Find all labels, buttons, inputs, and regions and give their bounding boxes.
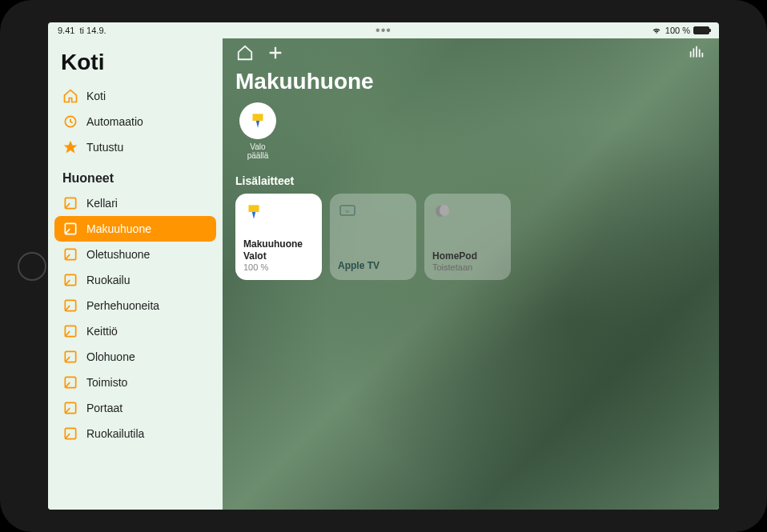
room-icon	[62, 323, 78, 339]
room-icon	[62, 374, 78, 390]
nav-label: Automaatio	[86, 115, 143, 128]
appletv-icon: tv	[338, 202, 359, 222]
room-label: Ruokailu	[86, 274, 130, 286]
room-icon	[62, 272, 78, 288]
tile-makuuhuone-valot[interactable]: Makuuhuone Valot 100 %	[235, 194, 322, 280]
room-label: Makuuhuone	[86, 222, 151, 235]
room-label: Keittiö	[86, 325, 118, 338]
tile-apple-tv[interactable]: tv Apple TV	[330, 194, 416, 280]
intercom-icon[interactable]	[687, 43, 706, 62]
sidebar: Koti Koti Automaatio	[48, 38, 223, 510]
scene-circle	[239, 102, 276, 139]
sidebar-room-item[interactable]: Olohuone	[54, 344, 216, 370]
sidebar-room-item[interactable]: Perhehuoneita	[54, 293, 216, 318]
home-outline-icon[interactable]	[235, 43, 255, 62]
room-label: Toimisto	[86, 376, 127, 389]
room-label: Ruokailutila	[86, 427, 144, 440]
battery-icon	[693, 26, 709, 34]
wifi-icon	[651, 26, 662, 34]
sidebar-room-item[interactable]: Portaat	[54, 395, 216, 421]
tile-name: Makuuhuone Valot	[243, 238, 314, 262]
lamp-icon	[243, 202, 264, 222]
room-label: Oletushuone	[86, 248, 150, 261]
nav-tutustu[interactable]: Tutustu	[54, 134, 216, 160]
room-icon	[62, 195, 78, 211]
room-icon	[62, 426, 78, 442]
nav-automaatio[interactable]: Automaatio	[54, 109, 216, 134]
sidebar-room-item[interactable]: Ruokailutila	[54, 421, 216, 446]
sidebar-room-item[interactable]: Keittiö	[54, 318, 216, 344]
screen: 9.41 ti 14.9. ••• 100 % Koti Koti	[48, 22, 719, 510]
sidebar-room-item[interactable]: Makuuhuone	[54, 216, 216, 242]
page-title: Makuuhuone	[235, 69, 706, 94]
svg-rect-12	[249, 205, 259, 212]
home-icon	[62, 88, 78, 104]
main-content: Makuuhuone Valo päällä Lisälaitteet	[223, 38, 719, 510]
nav-label: Tutustu	[86, 141, 123, 154]
room-label: Portaat	[86, 402, 122, 414]
tile-name: HomePod	[432, 250, 503, 262]
room-icon	[62, 298, 78, 314]
sidebar-room-item[interactable]: Ruokailu	[54, 267, 216, 293]
svg-text:tv: tv	[346, 209, 350, 214]
status-time: 9.41 ti 14.9.	[58, 26, 106, 35]
accessories-header: Lisälaitteet	[235, 174, 706, 187]
battery-percentage: 100 %	[665, 26, 690, 35]
app-title: Koti	[54, 45, 216, 83]
room-icon	[62, 400, 78, 416]
multitask-dots-icon[interactable]: •••	[375, 23, 392, 38]
room-icon	[62, 349, 78, 365]
scene-label: Valo päällä	[247, 142, 269, 160]
room-label: Olohuone	[86, 350, 135, 363]
scene-light-on[interactable]: Valo päällä	[235, 102, 280, 160]
tile-homepod[interactable]: HomePod Toistetaan	[424, 194, 511, 280]
nav-label: Koti	[86, 90, 106, 102]
nav-koti[interactable]: Koti	[54, 83, 216, 109]
rooms-header: Huoneet	[54, 160, 216, 190]
sidebar-room-item[interactable]: Toimisto	[54, 370, 216, 395]
add-icon[interactable]	[266, 43, 285, 62]
room-label: Kellari	[86, 197, 118, 210]
status-bar: 9.41 ti 14.9. ••• 100 %	[48, 22, 719, 38]
svg-point-16	[440, 205, 449, 216]
tile-name: Apple TV	[338, 260, 408, 271]
tile-sub: Toistetaan	[432, 262, 503, 272]
room-label: Perhehuoneita	[86, 299, 159, 312]
sidebar-room-item[interactable]: Oletushuone	[54, 242, 216, 267]
tile-sub: 100 %	[243, 262, 314, 272]
room-icon	[62, 246, 78, 262]
room-icon	[62, 221, 78, 237]
svg-rect-11	[253, 114, 263, 121]
star-icon	[62, 139, 78, 155]
sidebar-room-item[interactable]: Kellari	[54, 190, 216, 216]
ipad-home-button[interactable]	[18, 252, 46, 281]
clock-icon	[62, 114, 78, 130]
homepod-icon	[432, 202, 453, 222]
